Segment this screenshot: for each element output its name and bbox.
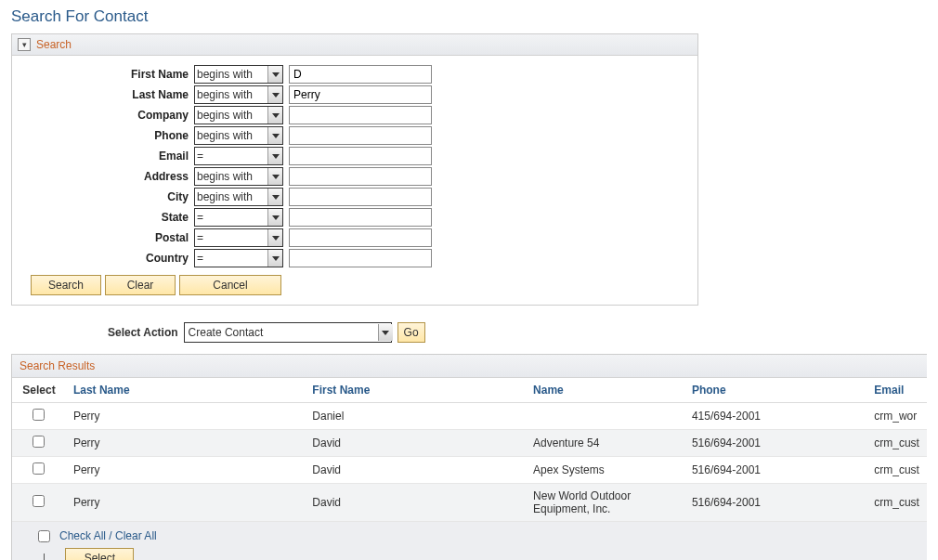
operator-value: =: [197, 211, 203, 224]
operator-select[interactable]: begins with: [194, 126, 283, 145]
col-name[interactable]: Name: [526, 378, 684, 403]
select-action-label: Select Action: [108, 326, 178, 339]
chevron-down-icon: [267, 107, 282, 124]
cell-first-name: David: [305, 457, 526, 484]
form-row: First Namebegins with: [12, 65, 697, 84]
cell-email: crm_wor: [866, 403, 927, 430]
operator-select[interactable]: begins with: [194, 65, 283, 84]
cell-email: crm_cust: [866, 484, 927, 522]
row-checkbox[interactable]: [33, 495, 45, 507]
field-label: Company: [12, 109, 194, 122]
form-row: Postal=: [12, 228, 697, 247]
operator-select[interactable]: =: [194, 249, 283, 267]
chevron-down-icon: [267, 86, 282, 103]
search-button[interactable]: Search: [31, 275, 101, 295]
operator-select[interactable]: begins with: [194, 85, 283, 104]
value-input[interactable]: [289, 147, 432, 165]
cell-phone: 516/694-2001: [684, 484, 866, 522]
operator-select[interactable]: =: [194, 208, 283, 227]
cell-name: Adventure 54: [526, 430, 684, 457]
cell-email: crm_cust: [866, 457, 927, 484]
check-all-link[interactable]: Check All / Clear All: [59, 529, 157, 542]
row-checkbox[interactable]: [33, 409, 45, 421]
col-email[interactable]: Email: [866, 378, 927, 403]
form-row: Email=: [12, 147, 697, 165]
select-button[interactable]: Select: [65, 548, 134, 560]
results-panel: Search Results Select Last Name First Na…: [11, 354, 927, 560]
cell-last-name: Perry: [66, 403, 305, 430]
clear-button[interactable]: Clear: [105, 275, 176, 295]
field-label: State: [12, 211, 194, 224]
cell-last-name: Perry: [66, 457, 305, 484]
operator-value: begins with: [197, 68, 253, 81]
cell-first-name: Daniel: [305, 403, 526, 430]
operator-value: =: [197, 252, 203, 265]
form-row: Companybegins with: [12, 106, 697, 124]
cell-phone: 516/694-2001: [684, 457, 866, 484]
chevron-down-icon: [267, 66, 282, 83]
table-row: PerryDavidApex Systems516/694-2001crm_cu…: [12, 457, 927, 484]
table-row: PerryDavidAdventure 54516/694-2001crm_cu…: [12, 430, 927, 457]
form-row: Citybegins with: [12, 188, 697, 206]
value-input[interactable]: [289, 106, 432, 124]
col-last-name[interactable]: Last Name: [66, 378, 305, 403]
value-input[interactable]: [289, 228, 432, 247]
operator-select[interactable]: =: [194, 228, 283, 247]
col-phone[interactable]: Phone: [684, 378, 866, 403]
value-input[interactable]: [289, 85, 432, 104]
value-input[interactable]: [289, 249, 432, 267]
operator-value: begins with: [197, 190, 253, 203]
field-label: City: [12, 190, 194, 203]
cancel-button[interactable]: Cancel: [179, 275, 281, 295]
operator-value: =: [197, 150, 203, 163]
operator-value: begins with: [197, 109, 253, 122]
cell-phone: 516/694-2001: [684, 430, 866, 457]
cell-phone: 415/694-2001: [684, 403, 866, 430]
col-first-name[interactable]: First Name: [305, 378, 526, 403]
table-row: PerryDaniel415/694-2001crm_wor: [12, 403, 927, 430]
table-row: PerryDavidNew World Outdoor Equipment, I…: [12, 484, 927, 522]
value-input[interactable]: [289, 126, 432, 145]
form-row: Phonebegins with: [12, 126, 697, 145]
cell-email: crm_cust: [866, 430, 927, 457]
chevron-down-icon: [267, 189, 282, 205]
row-checkbox[interactable]: [33, 436, 45, 448]
cell-first-name: David: [305, 430, 526, 457]
operator-select[interactable]: =: [194, 147, 283, 165]
value-input[interactable]: [289, 65, 432, 84]
select-action-value: Create Contact: [189, 326, 264, 339]
chevron-down-icon: [267, 127, 282, 144]
operator-value: begins with: [197, 170, 253, 183]
cell-last-name: Perry: [66, 484, 305, 522]
cell-name: Apex Systems: [526, 457, 684, 484]
search-panel: ▾ Search First Namebegins withLast Nameb…: [11, 33, 698, 306]
check-all-checkbox[interactable]: [38, 530, 50, 542]
value-input[interactable]: [289, 188, 432, 206]
row-checkbox[interactable]: [33, 462, 45, 475]
field-label: Phone: [12, 129, 194, 142]
operator-value: begins with: [197, 88, 253, 101]
operator-value: begins with: [197, 129, 253, 142]
operator-select[interactable]: begins with: [194, 188, 283, 206]
field-label: First Name: [12, 68, 194, 81]
field-label: Country: [12, 252, 194, 265]
cell-first-name: David: [305, 484, 526, 522]
field-label: Email: [12, 150, 194, 163]
value-input[interactable]: [289, 167, 432, 186]
chevron-down-icon: [378, 324, 393, 341]
results-table: Select Last Name First Name Name Phone E…: [12, 378, 927, 522]
cell-last-name: Perry: [66, 430, 305, 457]
results-title: Search Results: [12, 355, 927, 378]
form-row: State=: [12, 208, 697, 227]
cell-name: New World Outdoor Equipment, Inc.: [526, 484, 684, 522]
field-label: Last Name: [12, 88, 194, 101]
operator-select[interactable]: begins with: [194, 106, 283, 124]
field-label: Address: [12, 170, 194, 183]
collapse-icon[interactable]: ▾: [18, 38, 31, 51]
value-input[interactable]: [289, 208, 432, 227]
field-label: Postal: [12, 231, 194, 244]
chevron-down-icon: [267, 229, 282, 246]
operator-select[interactable]: begins with: [194, 167, 283, 186]
select-action-dropdown[interactable]: Create Contact: [184, 322, 392, 343]
go-button[interactable]: Go: [397, 322, 425, 343]
